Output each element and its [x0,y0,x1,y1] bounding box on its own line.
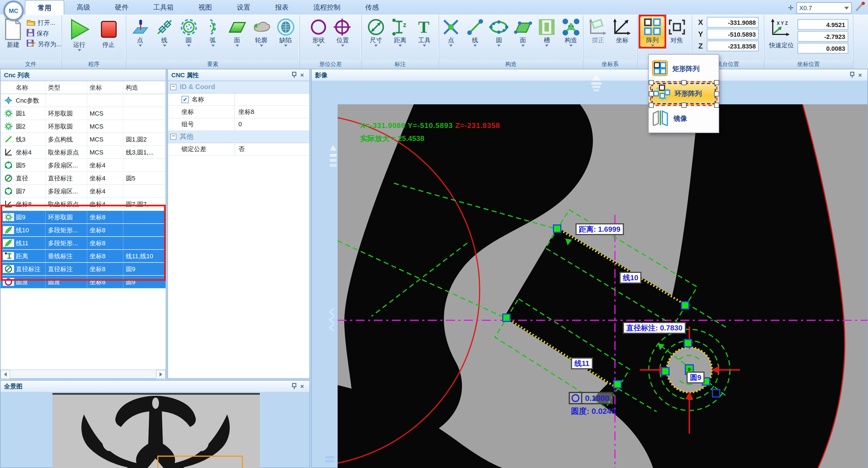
close-icon[interactable]: × [298,71,306,79]
table-row-圆7[interactable]: 圆7多段扇区...坐标4 [1,185,166,198]
left-panel-handle-icon[interactable] [329,144,338,178]
menu-item-环形阵列[interactable]: 环形阵列 [650,81,717,106]
cnc-list-hscrollbar[interactable] [1,369,166,378]
scroll-right-icon[interactable] [156,370,166,379]
圆-button[interactable]: 圆 [487,16,511,47]
menu-tab-4[interactable]: 工具箱 [141,0,186,14]
面-button[interactable]: 面 [511,16,535,47]
property-section-0[interactable]: −ID & Coord [168,81,309,94]
property-value-名称[interactable] [235,94,309,106]
距离-button[interactable]: z距离 [388,16,412,47]
table-row-圆2[interactable]: 圆2环形取圆MCS [1,120,166,133]
menu-tab-3[interactable]: 硬件 [102,0,141,14]
bottom-left-handle-icon[interactable] [324,455,335,466]
table-row-圆度[interactable]: 圆度圆度坐标8圆9 [1,276,166,289]
table-row-Cnc参数[interactable]: Cnc参数 [1,94,166,107]
scroll-left-icon[interactable] [1,370,10,379]
top-panel-handle-icon[interactable] [586,74,607,95]
circle9-annotation[interactable]: 圆9 [686,372,705,383]
table-row-圆1[interactable]: 圆1环形取圆MCS [1,107,166,120]
diameter-annotation[interactable]: 直径标注: 0.7830 [623,322,686,334]
collapse-icon[interactable]: − [170,134,177,140]
table-row-线3[interactable]: 线3多点构线MCS圆1,圆2 [1,133,166,146]
坐标-button[interactable]: 坐标 [610,16,634,44]
弧-button[interactable]: 弧 [200,16,225,47]
圆-button[interactable]: 圆 [177,16,200,47]
table-row-线11[interactable]: 线11多段矩形...坐标8 [1,237,166,250]
table-row-距离[interactable]: 距离垂线标注坐标8线11,线10 [1,250,166,263]
property-row-坐标[interactable]: 坐标坐标8 [168,106,309,118]
coord-position-values: 4.9521-2.79230.0083 [797,19,848,54]
点-button[interactable]: 点 [128,16,152,47]
magnification-select[interactable]: X0.7 [797,2,851,13]
缺陷-button[interactable]: 缺陷 [273,16,298,47]
形状-button[interactable]: 形状 [306,16,331,47]
保存-button[interactable]: 保存 [27,29,61,38]
line11-annotation[interactable]: 线11 [571,357,593,369]
menu-tab-6[interactable]: 设置 [224,0,262,14]
property-section-1[interactable]: −其他 [168,131,309,143]
camera-view[interactable]: X=-331.9088 Y=-510.5893 Z=-231.8358 实际放大… [338,104,867,468]
轮廓-button[interactable]: 轮廓 [249,16,273,47]
pin-icon[interactable] [848,71,856,79]
property-row-组号[interactable]: 组号0 [168,118,309,131]
collapse-icon[interactable]: − [170,84,177,90]
table-row-坐标8[interactable]: 坐标8取坐标原点坐标4圆7,圆7,... [1,198,166,211]
table-row-线10[interactable]: 线10多段矩形...坐标8 [1,224,166,237]
线-button[interactable]: 线 [463,16,487,47]
property-row-名称[interactable]: ✔名称 [168,94,309,106]
property-value-坐标[interactable]: 坐标8 [235,106,309,118]
对焦-button[interactable]: 对焦 [664,16,689,44]
尺寸-button[interactable]: 尺寸 [364,16,388,47]
line10-annotation[interactable]: 线10 [619,272,642,284]
chevron-down-icon [163,45,166,47]
工具-button[interactable]: T工具 [412,16,437,47]
roundness-value-annotation[interactable]: 0.1000 [569,392,613,404]
menu-tab-5[interactable]: 视图 [186,0,224,14]
property-row-锁定公差[interactable]: 锁定公差否 [168,143,309,156]
table-row-圆9[interactable]: 圆9环形取圆坐标8 [1,211,166,224]
面-button[interactable]: 面 [225,16,249,47]
menu-tab-1[interactable]: 常用 [25,0,64,15]
停止-button[interactable]: 停止 [94,16,123,49]
name-checkbox[interactable]: ✔ [182,96,189,103]
运行-button[interactable]: 运行 [65,16,94,51]
view-region-rectangle[interactable] [157,456,243,468]
menu-tab-9[interactable]: 传感 [353,0,391,14]
阵列-button[interactable]: 阵列 [640,16,664,47]
property-value-锁定公差[interactable]: 否 [235,143,309,155]
另存为-button[interactable]: 另存为... [27,39,61,49]
pin-icon[interactable] [290,71,298,79]
quick-position-button[interactable]: X Y Z快速定位 [769,19,794,50]
probe-pen-icon[interactable] [855,1,866,14]
menu-item-镜像[interactable]: 镜像 [650,106,717,131]
menu-tab-8[interactable]: 流程控制 [301,0,353,14]
打开-button[interactable]: 打开... [27,19,61,27]
menu-tab-7[interactable]: 报表 [262,0,301,14]
位置-button[interactable]: 位置 [331,16,355,47]
table-row-直径标注[interactable]: 直径标注直径标注坐标8圆9 [1,263,166,276]
coord-value-2: 0.0083 [797,43,848,54]
点-button[interactable]: 点 [439,16,463,47]
distance-annotation[interactable]: 距离: 1.6999 [576,223,624,235]
构造-button[interactable]: 构造 [559,16,583,47]
new-file-button[interactable]: 新建 [2,16,24,49]
quick-position-body: X Y Z快速定位4.9521-2.79230.0083 [769,16,848,54]
app-logo[interactable]: MC [3,1,24,21]
collapse-chevrons-icon[interactable] [328,307,335,334]
table-row-坐标4[interactable]: 坐标4取坐标原点MCS线3,圆1,... [1,146,166,159]
pin-icon[interactable] [290,382,298,390]
property-value-组号[interactable]: 0 [235,118,309,130]
menu-item-矩形阵列[interactable]: 矩形阵列 [650,56,717,81]
close-icon[interactable]: × [298,382,306,390]
线-button[interactable]: 线 [152,16,177,47]
menu-tab-2[interactable]: 高级 [64,0,102,14]
ribbon-group-coordpos: X Y Z快速定位4.9521-2.79230.0083坐标位置 [764,15,854,69]
table-row-圆5[interactable]: 圆5多段扇区...坐标4 [1,159,166,172]
focus-brackets-icon [667,18,686,37]
table-row-直径[interactable]: 直径直径标注坐标4圆5 [1,172,166,185]
ribbon-group-body-file: 新建打开...保存另存为... [0,15,61,60]
marquee-handle [714,103,719,108]
槽-button[interactable]: 槽 [535,16,559,47]
close-icon[interactable]: × [856,71,864,79]
